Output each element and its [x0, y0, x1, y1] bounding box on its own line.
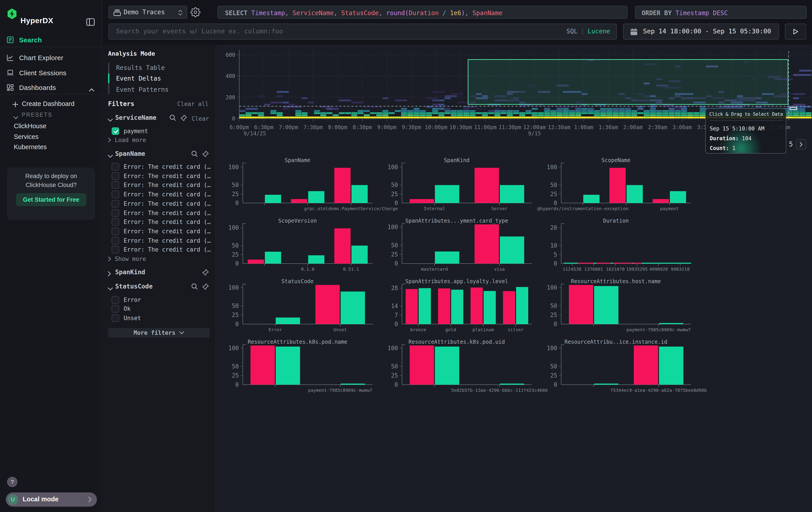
chevron-down-icon[interactable] [108, 151, 113, 160]
checkbox-unchecked[interactable] [112, 209, 119, 217]
filter-option-spanname-1[interactable]: Error: The credit card (… [112, 172, 210, 180]
sidebar-item-client-sessions[interactable]: Client Sessions [0, 67, 102, 78]
get-started-button[interactable]: Get Started for Free [16, 193, 86, 206]
search-input[interactable]: Search your events w/ Lucene ex. column:… [109, 24, 617, 39]
sidebar-item-search[interactable]: Search [0, 34, 102, 46]
filter-group-header-statuscode[interactable]: StatusCode [103, 283, 216, 292]
time-range-picker[interactable]: Sep 14 18:00:00 - Sep 15 05:30:00 [623, 24, 779, 39]
svg-text:Server: Server [491, 206, 508, 211]
pin-icon[interactable] [180, 114, 187, 123]
svg-text:3:00am: 3:00am [673, 124, 692, 131]
mini-chart-spankind[interactable]: SpanKind02550100InternalServer [377, 155, 536, 215]
sidebar-item-dashboards[interactable]: Dashboards [0, 81, 102, 93]
filter-option-spanname-5[interactable]: Error: The credit card (… [112, 209, 210, 217]
pin-icon[interactable] [202, 150, 209, 159]
checkbox-unchecked[interactable] [112, 227, 119, 235]
toggle-lucene[interactable]: Lucene [588, 28, 610, 35]
filter-group-header-servicename[interactable]: ServiceNameClear [103, 114, 216, 123]
checkbox-unchecked[interactable] [112, 163, 119, 170]
checkbox-unchecked[interactable] [112, 296, 119, 303]
svg-text:0: 0 [554, 381, 557, 388]
mini-chart-svg: 025501005e02b5fb-13ae-4296-bbbc-111f423c… [377, 336, 536, 397]
pin-icon[interactable] [202, 283, 209, 292]
help-button[interactable]: ? [7, 477, 17, 487]
filter-group-header-spankind[interactable]: SpanKind [103, 268, 216, 277]
mini-chart-resourceattributes-k8s-pod-uid[interactable]: ResourceAttributes.k8s.pod.uid025501005e… [377, 336, 536, 397]
filter-group-header-spanname[interactable]: SpanName [103, 150, 216, 159]
sql-select-bar[interactable]: SELECT Timestamp, ServiceName, StatusCod… [218, 6, 628, 19]
checkbox-unchecked[interactable] [112, 172, 119, 180]
account-pill[interactable]: U Local mode [6, 492, 97, 507]
more-filters-button[interactable]: More filters [108, 328, 210, 338]
svg-text:4090920: 4090920 [649, 266, 668, 272]
filter-option-spanname-0[interactable]: Error: The credit card (… [112, 163, 210, 171]
avatar: U [7, 494, 18, 505]
sidebar-item-presets[interactable]: PRESETS [0, 110, 102, 120]
checkbox-unchecked[interactable] [112, 182, 119, 189]
svg-text:50: 50 [391, 182, 398, 188]
mini-chart-resourceattribu-ice-instance-id[interactable]: ResourceAttribu..ice.instance.id02550100… [536, 336, 695, 397]
collapse-sidebar-icon[interactable] [86, 18, 95, 28]
pin-icon[interactable] [202, 269, 209, 277]
toggle-sql[interactable]: SQL [566, 28, 578, 35]
filter-option-spanname-2[interactable]: Error: The credit card (… [112, 181, 210, 189]
mini-chart-duration[interactable]: Duration05102011245381376801162107019935… [536, 215, 695, 276]
filter-option-statuscode-2[interactable]: Unset [112, 314, 141, 322]
page-next-button[interactable] [796, 139, 806, 150]
mini-chart-spanattributes-app-loyalty-level[interactable]: SpanAttributes.app.loyalty.level071428br… [377, 276, 536, 336]
search-icon[interactable] [191, 283, 198, 292]
filter-option-spanname-7[interactable]: Error: The credit card (… [112, 227, 210, 235]
mini-chart-title: StatusCode [218, 278, 377, 285]
filter-option-spanname-9[interactable]: Error: The credit card (… [112, 246, 210, 254]
sidebar-item-create-dashboard[interactable]: Create Dashboard [0, 99, 102, 109]
filter-option-spanname-3[interactable]: Error: The credit card (… [112, 190, 210, 198]
filter-load-more[interactable]: Load more [108, 136, 146, 143]
chevron-down-icon[interactable] [108, 115, 113, 124]
filter-group-clear[interactable]: Clear [192, 115, 209, 122]
analysis-mode-event-deltas[interactable]: Event Deltas [116, 75, 161, 82]
checkbox-unchecked[interactable] [112, 314, 119, 322]
filter-option-servicename-0[interactable]: payment [112, 127, 148, 135]
search-icon[interactable] [169, 114, 176, 123]
mini-chart-resourceattributes-k8s-pod-name[interactable]: ResourceAttributes.k8s.pod.name02550100p… [218, 336, 377, 397]
filter-show-more[interactable]: Show more [108, 255, 146, 262]
clear-all-filters[interactable]: Clear all [177, 101, 208, 107]
checkbox-unchecked[interactable] [112, 218, 119, 226]
checkbox-unchecked[interactable] [112, 200, 119, 208]
checkbox-unchecked[interactable] [112, 237, 119, 244]
sidebar-item-clickhouse[interactable]: ClickHouse [0, 121, 102, 131]
svg-text:1124538: 1124538 [563, 266, 581, 272]
checkbox-unchecked[interactable] [112, 191, 119, 198]
filter-option-statuscode-0[interactable]: Error [112, 296, 141, 304]
svg-text:25: 25 [232, 372, 239, 379]
sidebar-item-chart-explorer[interactable]: Chart Explorer [0, 52, 102, 63]
sidebar-item-services[interactable]: Services [0, 132, 102, 141]
filter-option-statuscode-1[interactable]: Ok [112, 305, 130, 313]
chevron-right-icon[interactable] [108, 270, 111, 278]
chevron-down-icon[interactable] [108, 284, 113, 293]
language-toggle[interactable]: SQL|Lucene [566, 28, 610, 35]
mini-chart-resourceattributes-host-name[interactable]: ResourceAttributes.host.name02550100paym… [536, 276, 695, 336]
filter-group-name: SpanKind [115, 268, 145, 276]
checkbox-unchecked[interactable] [112, 305, 119, 313]
filter-option-spanname-6[interactable]: Error: The credit card (… [112, 218, 210, 226]
filter-option-spanname-4[interactable]: Error: The credit card (… [112, 200, 210, 208]
mini-chart-scopename[interactable]: ScopeName02550100@hyperdx/instrumentatio… [536, 155, 695, 215]
mini-chart-spanattributes-yment-card-type[interactable]: SpanAttributes...yment.card_type02550100… [377, 215, 536, 276]
mini-chart-statuscode[interactable]: StatusCode02550100ErrorUnset [218, 276, 377, 336]
mini-chart-scopeversion[interactable]: ScopeVersion025501000.1.00.51.1 [218, 215, 377, 276]
checkbox-unchecked[interactable] [112, 246, 119, 253]
mini-chart-svg: 02550100mastercardvisa [377, 215, 536, 276]
sidebar-item-kubernetes[interactable]: Kubernetes [0, 142, 102, 152]
analysis-mode-event-patterns[interactable]: Event Patterns [116, 86, 169, 93]
gear-icon[interactable] [190, 7, 201, 18]
analysis-mode-results-table[interactable]: Results Table [116, 64, 165, 71]
checkbox-checked[interactable] [112, 127, 119, 135]
run-query-button[interactable] [785, 24, 806, 39]
search-icon[interactable] [191, 150, 198, 159]
source-select[interactable]: Demo Traces [109, 6, 187, 19]
mini-chart-spanname[interactable]: SpanName02550100grpc.oteldemo.PaymentSer… [218, 155, 377, 215]
sql-orderby-bar[interactable]: ORDER BY Timestamp DESC [635, 6, 807, 19]
main-content: 02004006006:00pm6:30pm7:00pm7:30pm8:00pm… [216, 45, 812, 512]
filter-option-spanname-8[interactable]: Error: The credit card (… [112, 236, 210, 244]
